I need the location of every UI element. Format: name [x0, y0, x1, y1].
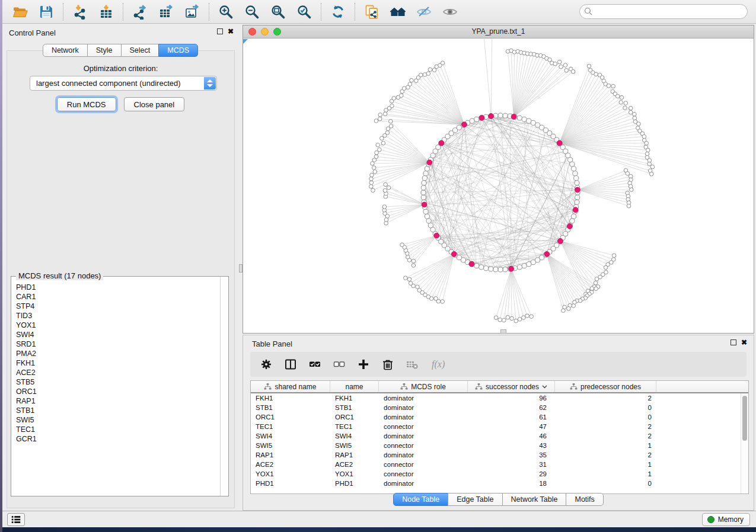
- table-scrollbar[interactable]: [741, 393, 748, 493]
- columns-icon[interactable]: [284, 358, 297, 371]
- mcds-result-node[interactable]: PMA2: [16, 349, 219, 358]
- horizontal-splitter-handle[interactable]: [500, 329, 506, 334]
- mcds-result-node[interactable]: SRD1: [16, 339, 219, 349]
- result-list-scrollbar[interactable]: [220, 277, 228, 496]
- table-row[interactable]: SWI5SWI5connector431: [251, 441, 748, 450]
- memory-button[interactable]: Memory: [702, 513, 750, 526]
- window-close-icon[interactable]: [248, 28, 256, 36]
- export-image-icon[interactable]: [184, 4, 200, 20]
- table-row[interactable]: ACE2ACE2connector311: [251, 460, 748, 469]
- add-column-icon[interactable]: [357, 358, 370, 371]
- mcds-result-list[interactable]: PHD1CAR1STP4TID3YOX1SWI4SRD1PMA2FKH1ACE2…: [12, 281, 219, 495]
- import-table-icon[interactable]: [98, 4, 114, 20]
- table-row[interactable]: STB1STB1dominator620: [251, 403, 748, 412]
- search-input[interactable]: [579, 4, 748, 19]
- select-all-columns-icon[interactable]: [308, 358, 321, 371]
- mcds-result-node[interactable]: RAP1: [16, 396, 219, 406]
- network-window-titlebar[interactable]: YPA_prune.txt_1: [243, 25, 754, 39]
- open-folder-icon[interactable]: [12, 4, 28, 20]
- mcds-result-node[interactable]: ORC1: [16, 387, 219, 396]
- tab-mcds[interactable]: MCDS: [158, 44, 198, 57]
- close-panel-button[interactable]: Close panel: [124, 97, 185, 111]
- hide-selected-icon[interactable]: [416, 4, 432, 20]
- tab-style[interactable]: Style: [87, 44, 122, 57]
- task-history-button[interactable]: [7, 513, 25, 526]
- tab-edge-table[interactable]: Edge Table: [448, 493, 502, 506]
- mcds-result-node[interactable]: GCR1: [16, 434, 219, 444]
- column-header-successor-nodes[interactable]: successor nodes: [468, 381, 555, 392]
- import-network-icon[interactable]: [72, 4, 88, 20]
- table-row[interactable]: YOX1YOX1connector291: [251, 469, 748, 479]
- table-row[interactable]: FKH1FKH1dominator962: [251, 393, 748, 403]
- mcds-result-node[interactable]: YOX1: [16, 321, 219, 330]
- table-row[interactable]: PHD1PHD1dominator180: [251, 479, 748, 488]
- table-panel-title: Table Panel: [252, 339, 292, 348]
- float-table-panel-icon[interactable]: [731, 339, 736, 345]
- unselect-all-columns-icon[interactable]: [333, 358, 346, 371]
- mcds-result-node[interactable]: PHD1: [16, 283, 219, 292]
- table-row[interactable]: TEC1TEC1connector472: [251, 422, 748, 431]
- tab-network-table[interactable]: Network Table: [502, 493, 567, 506]
- mcds-result-node[interactable]: TEC1: [16, 425, 219, 434]
- cell-mcds-role: dominator: [379, 431, 468, 441]
- zoom-out-icon[interactable]: [244, 4, 260, 20]
- window-minimize-icon[interactable]: [261, 28, 269, 36]
- run-mcds-button[interactable]: Run MCDS: [57, 97, 116, 111]
- column-header-name[interactable]: name: [330, 381, 379, 392]
- close-table-panel-icon[interactable]: ✖: [741, 339, 747, 345]
- mcds-result-node[interactable]: STB5: [16, 377, 219, 387]
- svg-text:f(x): f(x): [432, 359, 445, 370]
- cell-shared-name: ORC1: [251, 412, 330, 422]
- save-icon[interactable]: [39, 4, 54, 20]
- mcds-result-node[interactable]: SWI4: [16, 330, 219, 339]
- mcds-result-node[interactable]: FKH1: [16, 358, 219, 368]
- main-toolbar: [2, 0, 756, 24]
- tab-node-table[interactable]: Node Table: [393, 493, 448, 506]
- zoom-selected-icon[interactable]: [296, 4, 312, 20]
- network-canvas[interactable]: [243, 39, 754, 333]
- search-icon: [584, 7, 593, 16]
- column-header-predecessor-nodes[interactable]: predecessor nodes: [555, 381, 656, 392]
- cell-mcds-role: dominator: [379, 479, 468, 488]
- tab-motifs[interactable]: Motifs: [566, 493, 603, 506]
- mcds-result-node[interactable]: CAR1: [16, 292, 219, 302]
- criterion-dropdown[interactable]: largest connected component (undirected): [30, 76, 217, 91]
- first-neighbors-icon[interactable]: [390, 4, 406, 20]
- table-toolbar: f(x): [250, 352, 747, 377]
- mcds-result-node[interactable]: ACE2: [16, 368, 219, 377]
- clear-table-icon[interactable]: [406, 358, 419, 371]
- table-row[interactable]: SWI4SWI4dominator462: [251, 431, 748, 441]
- window-maximize-icon[interactable]: [273, 28, 281, 36]
- network-view-panel: YPA_prune.txt_1: [243, 25, 754, 334]
- table-row[interactable]: RAP1RAP1dominator352: [251, 450, 748, 460]
- mcds-result-node[interactable]: STB1: [16, 406, 219, 415]
- mcds-result-node[interactable]: STP4: [16, 302, 219, 311]
- export-table-icon[interactable]: [158, 4, 174, 20]
- app-window: Control Panel ✖ NetworkStyleSelectMCDS O…: [2, 0, 756, 527]
- status-bar: Memory: [2, 511, 756, 527]
- optimization-criterion-label: Optimization criterion:: [7, 64, 234, 73]
- column-header-mcds-role[interactable]: MCDS role: [379, 381, 468, 392]
- zoom-fit-icon[interactable]: [270, 4, 286, 20]
- delete-column-icon[interactable]: [381, 358, 394, 371]
- cell-predecessor-nodes: 1: [555, 441, 656, 450]
- export-network-icon[interactable]: [132, 4, 148, 20]
- table-row[interactable]: ORC1ORC1dominator610: [251, 412, 748, 422]
- mcds-result-node[interactable]: SWI5: [16, 415, 219, 425]
- show-all-icon[interactable]: [442, 4, 458, 20]
- float-panel-icon[interactable]: [217, 28, 223, 34]
- control-panel-header: Control Panel ✖: [2, 24, 238, 40]
- gear-icon[interactable]: [260, 358, 273, 371]
- close-panel-icon[interactable]: ✖: [228, 28, 234, 34]
- function-builder-icon[interactable]: f(x): [430, 358, 451, 371]
- tab-select[interactable]: Select: [121, 44, 160, 57]
- tab-network[interactable]: Network: [43, 44, 88, 57]
- mcds-result-node[interactable]: TID3: [16, 311, 219, 321]
- duplicate-network-icon[interactable]: [364, 4, 379, 20]
- cell-successor-nodes: 96: [468, 393, 555, 403]
- table-scrollbar-thumb[interactable]: [742, 396, 747, 441]
- refresh-icon[interactable]: [330, 4, 346, 20]
- column-header-shared-name[interactable]: shared name: [251, 381, 330, 392]
- zoom-in-icon[interactable]: [218, 4, 234, 20]
- network-graph[interactable]: [243, 39, 754, 334]
